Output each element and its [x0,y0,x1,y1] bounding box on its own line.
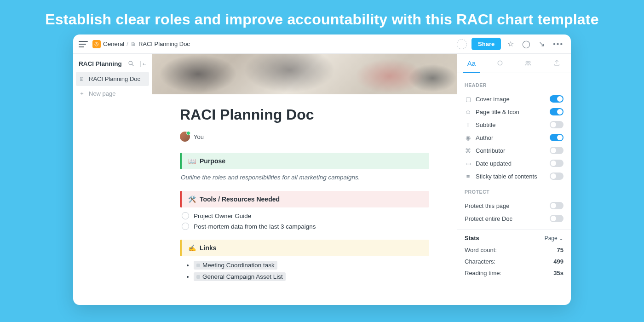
stat-label: Word count: [465,247,497,253]
tab-collaborators[interactable] [514,54,543,73]
toggle-sticky-toc[interactable] [550,172,564,180]
list-item[interactable]: General Campaign Asset List [194,272,429,281]
inspector-panel: Aa HEADER ▢Cover image ☺Page tit [457,54,571,305]
stat-label: Characters: [465,258,495,265]
inspector-tabs: Aa [457,54,571,73]
checklist-label: Project Owner Guide [194,213,251,219]
purpose-block[interactable]: 📖 Purpose [180,153,429,169]
checklist-item[interactable]: Project Owner Guide [182,212,429,219]
option-label: Protect this page [465,202,510,209]
avatar[interactable] [180,132,190,142]
option-label: Date updated [476,160,512,167]
option-label: Page title & Icon [476,109,519,115]
text-icon: T [465,121,472,128]
toggle-cover-image[interactable] [550,95,564,103]
author-row: You [180,132,429,142]
space-badge-icon: ◎ [92,40,101,48]
stat-value: 75 [557,247,564,253]
hero-headline: Establish clear roles and improve accoun… [0,0,644,34]
option-author: ◉Author [465,131,564,144]
page-title[interactable]: RACI Planning Doc [180,106,429,123]
svg-point-0 [129,61,132,65]
author-name: You [194,133,204,140]
links-heading: Links [200,244,217,252]
option-cover-image: ▢Cover image [465,92,564,105]
option-label: Protect entire Doc [465,215,512,222]
option-label: Contributor [476,147,505,154]
protect-section-label: PROTECT [465,189,564,195]
toggle-subtitle[interactable] [550,121,564,128]
sidebar: RACI Planning |← 🗎 RACI Planning Doc ＋ N… [73,54,152,305]
stat-word-count: Word count: 75 [465,244,564,256]
stats-title: Stats [465,235,479,242]
tab-share[interactable] [542,54,571,73]
tab-text-style[interactable]: Aa [457,54,486,73]
book-icon: 📖 [188,157,196,165]
checklist-label: Post-mortem data from the last 3 campaig… [194,223,316,230]
sidebar-title: RACI Planning [79,60,122,67]
menu-icon[interactable] [79,41,88,47]
plus-icon: ＋ [79,90,85,98]
sidebar-item-label: New page [89,90,116,97]
option-protect-page: Protect this page [465,199,564,212]
export-icon[interactable]: ↘ [537,40,546,48]
option-page-title-icon: ☺Page title & Icon [465,105,564,118]
option-contributor: ⌘Contributor [465,144,564,157]
more-icon[interactable]: ••• [551,40,565,48]
app-window: ◎ General / 🗎 RACI Planning Doc Share ☆ … [73,34,571,305]
checkbox-icon[interactable] [182,223,189,230]
stat-reading-time: Reading time: 35s [465,267,564,279]
writing-hand-icon: ✍️ [188,244,196,252]
links-list: Meeting Coordination task General Campai… [194,261,429,281]
task-chip[interactable]: General Campaign Asset List [194,272,286,281]
svg-point-3 [529,61,530,63]
doc-icon: 🗎 [131,41,136,47]
stats-scope-select[interactable]: Page ⌄ [545,235,564,242]
toggle-contributor[interactable] [550,147,564,154]
image-icon: ▢ [465,96,472,103]
tools-block[interactable]: 🛠️ Tools / Resources Needed [180,191,429,207]
option-label: Author [476,134,493,141]
collapse-sidebar-icon[interactable]: |← [139,60,146,67]
toggle-date-updated[interactable] [550,160,564,167]
comment-icon[interactable]: ◯ [520,40,532,48]
smile-icon: ☺ [465,109,472,115]
list-item[interactable]: Meeting Coordination task [194,261,429,270]
sidebar-item-new-page[interactable]: ＋ New page [73,86,152,101]
svg-point-2 [526,61,528,63]
tools-icon: 🛠️ [188,196,196,203]
purpose-body[interactable]: Outline the roles and responsibilities f… [181,174,429,181]
stat-value: 35s [553,270,564,276]
person-icon: ◉ [465,134,472,141]
share-button[interactable]: Share [472,38,501,50]
calendar-icon: ▭ [465,160,472,167]
breadcrumb-doc: RACI Planning Doc [138,40,190,47]
tools-heading: Tools / Resources Needed [200,196,280,203]
cover-image[interactable] [152,54,457,94]
sidebar-item-label: RACI Planning Doc [89,75,140,82]
option-sticky-toc: ≡Sticky table of contents [465,170,564,183]
links-block[interactable]: ✍️ Links [180,240,429,256]
header-section-label: HEADER [465,82,564,88]
checkbox-icon[interactable] [182,212,189,219]
svg-line-1 [132,64,134,66]
toggle-protect-doc[interactable] [550,215,564,222]
breadcrumb[interactable]: ◎ General / 🗎 RACI Planning Doc [92,40,190,48]
document-body[interactable]: RACI Planning Doc You 📖 Purpose Outline … [152,94,457,305]
progress-indicator-icon[interactable] [457,39,467,49]
topbar: ◎ General / 🗎 RACI Planning Doc Share ☆ … [73,34,571,54]
sidebar-item-raci-planning-doc[interactable]: 🗎 RACI Planning Doc [76,72,149,86]
main-content: RACI Planning Doc You 📖 Purpose Outline … [152,54,457,305]
toggle-protect-page[interactable] [550,202,564,209]
stat-characters: Characters: 499 [465,256,564,267]
doc-icon: 🗎 [79,76,85,82]
toggle-page-title-icon[interactable] [550,108,564,115]
task-chip[interactable]: Meeting Coordination task [194,261,277,270]
tab-ai[interactable] [486,54,514,73]
option-label: Subtitle [476,121,495,128]
star-icon[interactable]: ☆ [506,40,516,48]
purpose-heading: Purpose [200,157,225,165]
checklist-item[interactable]: Post-mortem data from the last 3 campaig… [182,223,429,230]
toggle-author[interactable] [550,134,564,141]
search-icon[interactable] [128,60,134,67]
